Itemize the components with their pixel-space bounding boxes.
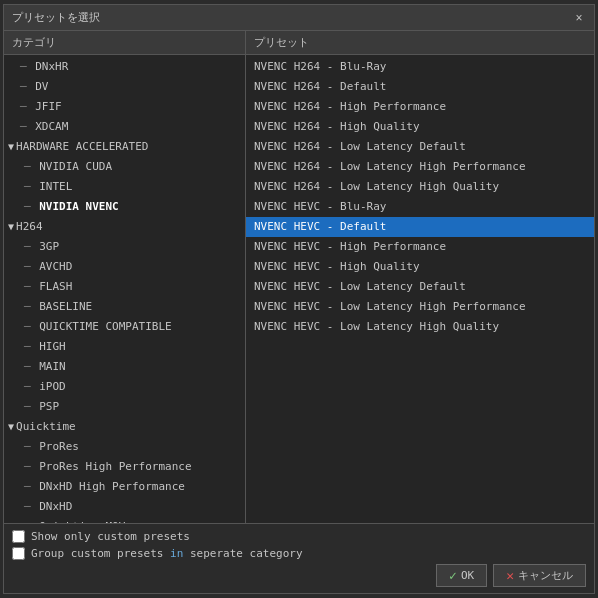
- dialog: プリセットを選択 × カテゴリ ─ DNxHR ─ DV ─ JFIF ─ XD…: [3, 4, 595, 594]
- footer: Show only custom presets Group custom pr…: [4, 523, 594, 593]
- content-area: カテゴリ ─ DNxHR ─ DV ─ JFIF ─ XDCAM ▼ HARDW…: [4, 31, 594, 523]
- list-item[interactable]: NVENC HEVC - High Quality: [246, 257, 594, 277]
- list-item[interactable]: NVENC H264 - Default: [246, 77, 594, 97]
- list-item[interactable]: ─ AVCHD: [4, 257, 245, 277]
- list-item[interactable]: ─ JFIF: [4, 97, 245, 117]
- list-item[interactable]: NVENC H264 - Low Latency Default: [246, 137, 594, 157]
- expand-icon: ▼: [8, 219, 14, 235]
- category-quicktime[interactable]: ▼ Quicktime: [4, 417, 245, 437]
- list-item[interactable]: ─ QUICKTIME COMPATIBLE: [4, 317, 245, 337]
- close-button[interactable]: ×: [572, 11, 586, 25]
- list-item-nvenc[interactable]: ─ NVIDIA NVENC: [4, 197, 245, 217]
- list-item[interactable]: NVENC HEVC - High Performance: [246, 237, 594, 257]
- list-item[interactable]: NVENC H264 - Low Latency High Performanc…: [246, 157, 594, 177]
- preset-header: プリセット: [246, 31, 594, 55]
- preset-list[interactable]: NVENC H264 - Blu-Ray NVENC H264 - Defaul…: [246, 55, 594, 523]
- list-item[interactable]: ─ INTEL: [4, 177, 245, 197]
- ok-button[interactable]: ✓ OK: [436, 564, 487, 587]
- title-bar: プリセットを選択 ×: [4, 5, 594, 31]
- list-item[interactable]: NVENC H264 - Blu-Ray: [246, 57, 594, 77]
- list-item[interactable]: NVENC HEVC - Low Latency High Quality: [246, 317, 594, 337]
- list-item[interactable]: ─ DV: [4, 77, 245, 97]
- list-item[interactable]: ─ ProRes High Performance: [4, 457, 245, 477]
- list-item-selected[interactable]: NVENC HEVC - Default: [246, 217, 594, 237]
- list-item[interactable]: ─ 3GP: [4, 237, 245, 257]
- right-panel: プリセット NVENC H264 - Blu-Ray NVENC H264 - …: [246, 31, 594, 523]
- list-item[interactable]: NVENC H264 - High Quality: [246, 117, 594, 137]
- category-h264[interactable]: ▼ H264: [4, 217, 245, 237]
- list-item[interactable]: NVENC HEVC - Low Latency Default: [246, 277, 594, 297]
- list-item[interactable]: ─ XDCAM: [4, 117, 245, 137]
- group-presets-label[interactable]: Group custom presets in seperate categor…: [31, 547, 303, 560]
- checkbox-row-1: Show only custom presets: [12, 530, 586, 543]
- expand-icon: ▼: [8, 139, 14, 155]
- group-presets-checkbox[interactable]: [12, 547, 25, 560]
- button-row: ✓ OK ✕ キャンセル: [12, 564, 586, 587]
- dialog-title: プリセットを選択: [12, 10, 100, 25]
- list-item[interactable]: NVENC H264 - High Performance: [246, 97, 594, 117]
- check-icon: ✓: [449, 568, 457, 583]
- list-item[interactable]: ─ PSP: [4, 397, 245, 417]
- list-item[interactable]: ─ NVIDIA CUDA: [4, 157, 245, 177]
- list-item[interactable]: ─ FLASH: [4, 277, 245, 297]
- list-item[interactable]: ─ BASELINE: [4, 297, 245, 317]
- left-panel: カテゴリ ─ DNxHR ─ DV ─ JFIF ─ XDCAM ▼ HARDW…: [4, 31, 246, 523]
- list-item[interactable]: ─ DNxHD: [4, 497, 245, 517]
- list-item[interactable]: NVENC H264 - Low Latency High Quality: [246, 177, 594, 197]
- custom-presets-checkbox[interactable]: [12, 530, 25, 543]
- custom-presets-label[interactable]: Show only custom presets: [31, 530, 190, 543]
- list-item[interactable]: NVENC HEVC - Low Latency High Performanc…: [246, 297, 594, 317]
- category-hardware-accelerated[interactable]: ▼ HARDWARE ACCELERATED: [4, 137, 245, 157]
- x-icon: ✕: [506, 568, 514, 583]
- list-item[interactable]: ─ HIGH: [4, 337, 245, 357]
- checkbox-row-2: Group custom presets in seperate categor…: [12, 547, 586, 560]
- list-item[interactable]: NVENC HEVC - Blu-Ray: [246, 197, 594, 217]
- category-tree[interactable]: ─ DNxHR ─ DV ─ JFIF ─ XDCAM ▼ HARDWARE A…: [4, 55, 245, 523]
- list-item[interactable]: ─ MAIN: [4, 357, 245, 377]
- list-item[interactable]: ─ ProRes: [4, 437, 245, 457]
- cancel-button[interactable]: ✕ キャンセル: [493, 564, 586, 587]
- expand-icon: ▼: [8, 419, 14, 435]
- list-item[interactable]: ─ iPOD: [4, 377, 245, 397]
- list-item[interactable]: ─ DNxHD High Performance: [4, 477, 245, 497]
- list-item[interactable]: ─ DNxHR: [4, 57, 245, 77]
- category-header: カテゴリ: [4, 31, 245, 55]
